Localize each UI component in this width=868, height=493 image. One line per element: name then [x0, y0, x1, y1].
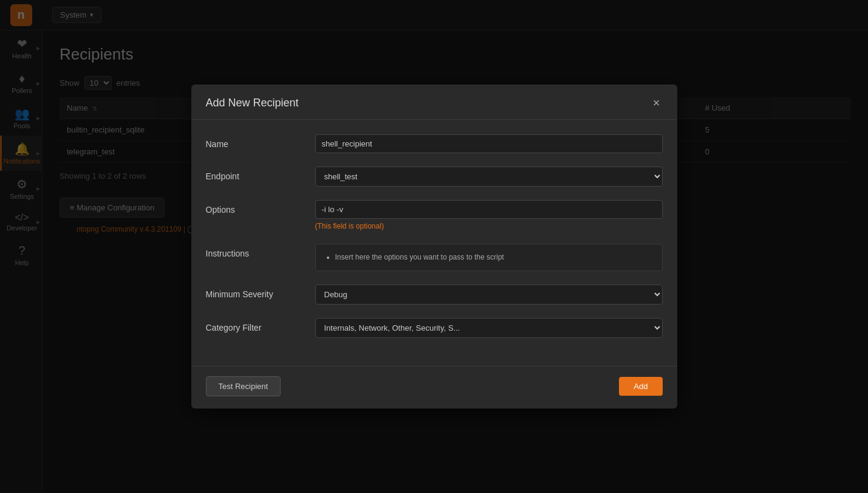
- category-filter-select[interactable]: Internals, Network, Other, Security, S..…: [315, 318, 663, 338]
- endpoint-label: Endpoint: [206, 167, 303, 181]
- category-filter-field: Internals, Network, Other, Security, S..…: [315, 318, 663, 338]
- modal-title: Add New Recipient: [206, 97, 299, 109]
- instructions-row: Instructions Insert here the options you…: [206, 244, 663, 271]
- category-filter-row: Category Filter Internals, Network, Othe…: [206, 318, 663, 338]
- name-input[interactable]: [315, 134, 663, 153]
- instructions-bullet: Insert here the options you want to pass…: [335, 252, 652, 263]
- modal-footer: Test Recipient Add: [191, 366, 677, 409]
- options-hint: (This field is optional): [315, 222, 663, 230]
- add-recipient-modal: Add New Recipient × Name Endpoint shell_…: [191, 84, 677, 409]
- endpoint-select[interactable]: shell_test: [315, 167, 663, 187]
- category-filter-label: Category Filter: [206, 318, 303, 333]
- modal-header: Add New Recipient ×: [191, 84, 677, 120]
- endpoint-field-row: Endpoint shell_test: [206, 167, 663, 187]
- modal-overlay: Add New Recipient × Name Endpoint shell_…: [0, 0, 868, 493]
- instructions-field: Insert here the options you want to pass…: [315, 244, 663, 271]
- modal-close-button[interactable]: ×: [651, 97, 663, 109]
- min-severity-field: Debug: [315, 284, 663, 305]
- options-input[interactable]: [315, 200, 663, 219]
- options-field-row: Options (This field is optional): [206, 200, 663, 230]
- name-field: [315, 134, 663, 153]
- name-label: Name: [206, 134, 303, 149]
- add-button[interactable]: Add: [619, 377, 662, 396]
- modal-body: Name Endpoint shell_test Options: [191, 120, 677, 366]
- options-field: (This field is optional): [315, 200, 663, 230]
- min-severity-select[interactable]: Debug: [315, 284, 663, 305]
- instructions-box: Insert here the options you want to pass…: [315, 244, 663, 271]
- options-label: Options: [206, 200, 303, 215]
- min-severity-label: Minimum Severity: [206, 284, 303, 299]
- instructions-label: Instructions: [206, 244, 303, 258]
- min-severity-row: Minimum Severity Debug: [206, 284, 663, 305]
- test-recipient-button[interactable]: Test Recipient: [206, 376, 281, 396]
- name-field-row: Name: [206, 134, 663, 153]
- endpoint-field: shell_test: [315, 167, 663, 187]
